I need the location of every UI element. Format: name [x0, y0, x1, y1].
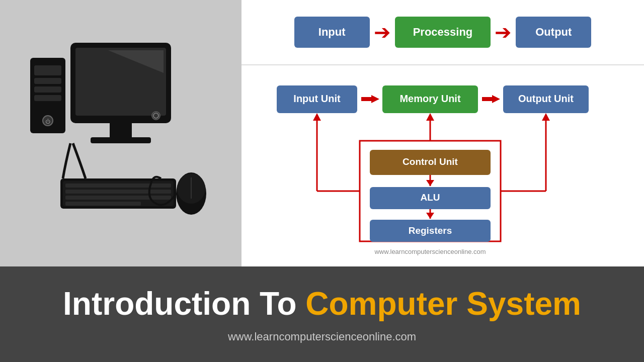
svg-rect-4: [91, 137, 151, 143]
svg-text:Control Unit: Control Unit: [403, 156, 458, 167]
svg-text:Input Unit: Input Unit: [293, 93, 341, 104]
svg-marker-28: [482, 95, 500, 103]
footer-url: www.learncomputerscienceonline.com: [228, 330, 416, 343]
input-box: Input: [294, 17, 370, 48]
footer: Introduction To Computer System www.lear…: [0, 266, 644, 362]
svg-rect-16: [65, 184, 171, 188]
svg-marker-47: [313, 113, 321, 121]
processing-box: Processing: [395, 17, 491, 48]
arrow-2: ➔: [495, 22, 512, 42]
svg-marker-25: [361, 95, 379, 103]
svg-text:ALU: ALU: [420, 192, 440, 203]
svg-rect-18: [65, 196, 171, 200]
bottom-diagram: Input Unit Memory Unit Output Unit Centr…: [242, 65, 644, 266]
top-diagram: Input ➔ Processing ➔ Output: [242, 0, 644, 65]
svg-rect-3: [110, 123, 132, 138]
output-box: Output: [516, 17, 591, 48]
computer-image-panel: ⏻: [0, 0, 242, 266]
arrow-1: ➔: [374, 22, 391, 42]
svg-text:Registers: Registers: [409, 225, 452, 236]
svg-rect-11: [34, 95, 61, 101]
svg-rect-10: [34, 86, 61, 93]
svg-marker-50: [542, 113, 550, 121]
diagram-panel: Input ➔ Processing ➔ Output Input Unit M…: [242, 0, 644, 266]
svg-text:⏻: ⏻: [45, 119, 50, 124]
title-white: Introduction To Computer System: [63, 286, 581, 322]
svg-text:Output Unit: Output Unit: [518, 93, 574, 104]
computer-illustration: ⏻: [20, 28, 221, 239]
svg-rect-19: [65, 202, 141, 206]
svg-marker-44: [426, 113, 434, 121]
svg-rect-17: [65, 190, 171, 194]
cpu-diagram-svg: Input Unit Memory Unit Output Unit Centr…: [262, 75, 624, 261]
svg-text:Memory Unit: Memory Unit: [399, 93, 460, 104]
svg-text:www.learncomputerscienceonline: www.learncomputerscienceonline.com: [374, 248, 486, 255]
svg-rect-9: [34, 78, 61, 84]
page-title: Introduction To Computer System: [63, 285, 581, 322]
svg-rect-8: [34, 65, 61, 75]
